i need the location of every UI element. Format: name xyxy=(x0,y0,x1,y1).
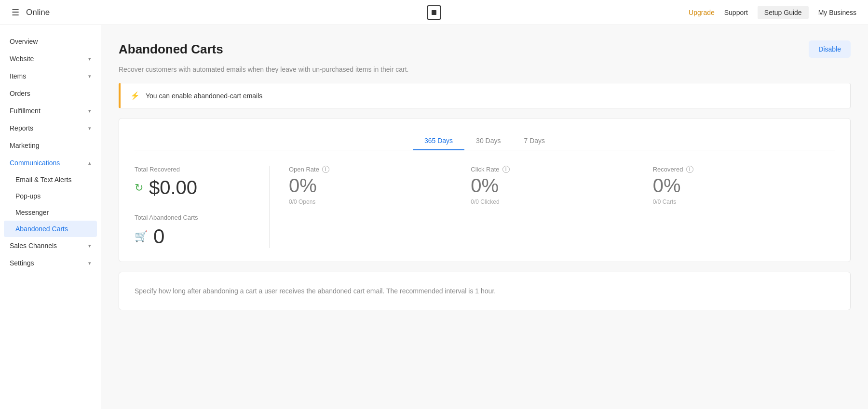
disable-button[interactable]: Disable xyxy=(809,40,851,58)
total-recovered-block: Total Recovered ↻ $0.00 xyxy=(135,166,250,198)
chevron-down-icon: ▾ xyxy=(88,108,91,114)
chevron-down-icon: ▾ xyxy=(88,260,91,266)
click-rate-value: 0% xyxy=(471,175,652,197)
click-rate-sub: 0/0 Clicked xyxy=(471,198,652,205)
tab-365-days[interactable]: 365 Days xyxy=(413,132,464,150)
top-navigation: ☰ Online Upgrade Support Setup Guide My … xyxy=(0,0,868,25)
recovered-value: 0% xyxy=(653,175,835,197)
recovered-info-icon[interactable]: i xyxy=(686,166,693,173)
stats-left: Total Recovered ↻ $0.00 Total Abandoned … xyxy=(135,166,270,248)
click-rate-label: Click Rate i xyxy=(471,166,652,173)
total-recovered-label: Total Recovered xyxy=(135,166,250,173)
sidebar-item-email-text-alerts[interactable]: Email & Text Alerts xyxy=(0,172,101,188)
recovered-block: Recovered i 0% 0/0 Carts xyxy=(653,166,835,248)
page-title: Abandoned Carts xyxy=(119,42,223,57)
sidebar-item-website[interactable]: Website ▾ xyxy=(0,50,101,67)
sidebar-item-fulfillment[interactable]: Fulfillment ▾ xyxy=(0,102,101,119)
total-recovered-value-row: ↻ $0.00 xyxy=(135,177,250,198)
stats-grid: Total Recovered ↻ $0.00 Total Abandoned … xyxy=(135,166,835,248)
recovered-label: Recovered i xyxy=(653,166,835,173)
stats-card: 365 Days 30 Days 7 Days Total Recovered … xyxy=(119,118,851,262)
page-description: Recover customers with automated emails … xyxy=(119,66,851,73)
alert-text: You can enable abandoned-cart emails xyxy=(146,92,262,100)
open-rate-sub: 0/0 Opens xyxy=(289,198,471,205)
sidebar-item-orders[interactable]: Orders xyxy=(0,85,101,102)
main-content: Abandoned Carts Disable Recover customer… xyxy=(101,25,868,409)
tab-7-days[interactable]: 7 Days xyxy=(512,132,556,150)
sidebar-item-settings[interactable]: Settings ▾ xyxy=(0,254,101,272)
lightning-icon: ⚡ xyxy=(130,91,140,100)
sidebar-item-sales-channels[interactable]: Sales Channels ▾ xyxy=(0,237,101,254)
chevron-down-icon: ▾ xyxy=(88,56,91,62)
chevron-down-icon: ▾ xyxy=(88,73,91,79)
sidebar-item-reports[interactable]: Reports ▾ xyxy=(0,119,101,137)
nav-left: ☰ Online xyxy=(12,7,50,18)
click-rate-info-icon[interactable]: i xyxy=(502,166,510,173)
sidebar-item-communications[interactable]: Communications ▴ xyxy=(0,154,101,172)
click-rate-block: Click Rate i 0% 0/0 Clicked xyxy=(471,166,652,248)
recover-icon: ↻ xyxy=(135,182,143,194)
total-carts-block: Total Abandoned Carts 🛒 0 xyxy=(135,214,250,248)
my-business-link[interactable]: My Business xyxy=(818,9,856,16)
page-header: Abandoned Carts Disable xyxy=(119,40,851,58)
tab-30-days[interactable]: 30 Days xyxy=(464,132,512,150)
total-carts-value: 0 xyxy=(153,225,164,248)
app-layout: Overview Website ▾ Items ▾ Orders Fulfil… xyxy=(0,25,868,409)
open-rate-label: Open Rate i xyxy=(289,166,471,173)
square-logo-inner xyxy=(432,10,436,15)
setup-guide-button[interactable]: Setup Guide xyxy=(758,6,809,19)
open-rate-info-icon[interactable]: i xyxy=(322,166,329,173)
sidebar-item-marketing[interactable]: Marketing xyxy=(0,137,101,154)
open-rate-block: Open Rate i 0% 0/0 Opens xyxy=(289,166,471,248)
total-carts-value-row: 🛒 0 xyxy=(135,225,250,248)
nav-center xyxy=(427,5,441,20)
sidebar-item-overview[interactable]: Overview xyxy=(0,33,101,50)
open-rate-value: 0% xyxy=(289,175,471,197)
brand-name: Online xyxy=(26,8,50,17)
description-card-text: Specify how long after abandoning a cart… xyxy=(135,286,835,296)
sidebar-item-popups[interactable]: Pop-ups xyxy=(0,188,101,204)
total-carts-label: Total Abandoned Carts xyxy=(135,214,250,221)
alert-banner: ⚡ You can enable abandoned-cart emails xyxy=(119,83,851,108)
sidebar: Overview Website ▾ Items ▾ Orders Fulfil… xyxy=(0,25,101,409)
support-link[interactable]: Support xyxy=(724,9,748,16)
chevron-down-icon: ▾ xyxy=(88,125,91,132)
nav-right: Upgrade Support Setup Guide My Business xyxy=(689,6,856,19)
date-tabs: 365 Days 30 Days 7 Days xyxy=(135,132,835,150)
total-recovered-value: $0.00 xyxy=(149,177,197,198)
sidebar-item-messenger[interactable]: Messenger xyxy=(0,204,101,221)
upgrade-link[interactable]: Upgrade xyxy=(689,9,715,16)
description-card: Specify how long after abandoning a cart… xyxy=(119,272,851,310)
square-logo xyxy=(427,5,441,20)
recovered-sub: 0/0 Carts xyxy=(653,198,835,205)
chevron-down-icon: ▾ xyxy=(88,243,91,249)
sidebar-item-items[interactable]: Items ▾ xyxy=(0,67,101,85)
cart-icon: 🛒 xyxy=(135,230,148,243)
chevron-up-icon: ▴ xyxy=(88,160,91,166)
stats-right: Open Rate i 0% 0/0 Opens Click Rate i 0%… xyxy=(270,166,835,248)
hamburger-icon[interactable]: ☰ xyxy=(12,7,19,18)
sidebar-item-abandoned-carts[interactable]: Abandoned Carts xyxy=(4,221,97,237)
